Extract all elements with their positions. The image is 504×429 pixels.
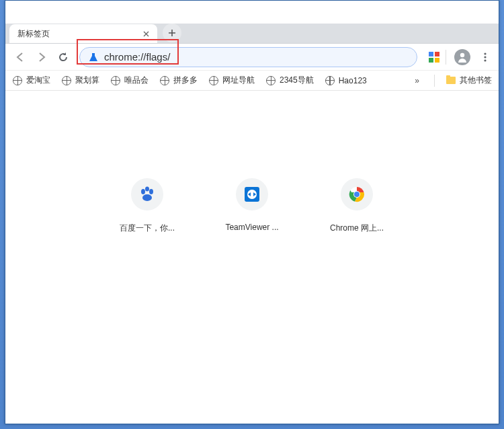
globe-icon bbox=[325, 75, 335, 86]
profile-button[interactable] bbox=[454, 49, 470, 65]
svg-point-6 bbox=[460, 52, 464, 56]
extension-icon[interactable] bbox=[427, 50, 442, 65]
bookmark-label: 唯品会 bbox=[124, 75, 149, 86]
svg-point-10 bbox=[141, 189, 145, 194]
bookmark-item[interactable]: 唯品会 bbox=[110, 75, 149, 86]
svg-point-18 bbox=[354, 192, 360, 197]
shortcut-tile[interactable]: Chrome 网上... bbox=[319, 178, 394, 424]
bookmark-item[interactable]: 2345导航 bbox=[265, 75, 314, 86]
svg-point-8 bbox=[484, 56, 486, 58]
globe-icon bbox=[159, 75, 170, 86]
bookmark-label: 爱淘宝 bbox=[26, 75, 50, 86]
bookmark-label: 网址导航 bbox=[222, 75, 255, 86]
globe-icon bbox=[110, 75, 121, 86]
browser-window: 新标签页 bbox=[5, 0, 499, 424]
separator bbox=[446, 50, 446, 65]
globe-icon bbox=[61, 75, 72, 86]
bookmark-item[interactable]: Hao123 bbox=[325, 75, 367, 86]
back-button[interactable] bbox=[11, 48, 30, 67]
other-bookmarks-label: 其他书签 bbox=[460, 75, 492, 86]
globe-icon bbox=[265, 75, 276, 86]
tile-label: 百度一下，你... bbox=[110, 223, 185, 234]
bookmark-label: 拼多多 bbox=[173, 75, 198, 86]
bookmark-item[interactable]: 爱淘宝 bbox=[12, 75, 50, 86]
shortcut-tile[interactable]: 百度一下，你... bbox=[110, 178, 185, 424]
tab-strip: 新标签页 bbox=[5, 24, 499, 44]
folder-icon bbox=[446, 75, 456, 86]
tab-close-button[interactable] bbox=[140, 28, 152, 40]
svg-rect-2 bbox=[429, 52, 433, 56]
chrome-icon bbox=[341, 178, 373, 210]
menu-button[interactable] bbox=[477, 49, 493, 65]
svg-point-9 bbox=[484, 59, 486, 61]
other-bookmarks-button[interactable]: 其他书签 bbox=[446, 75, 492, 86]
svg-rect-3 bbox=[435, 52, 439, 56]
url-input[interactable] bbox=[104, 51, 409, 63]
svg-point-13 bbox=[142, 194, 152, 201]
globe-icon bbox=[208, 75, 219, 86]
toolbar bbox=[5, 44, 499, 71]
bookmark-item[interactable]: 网址导航 bbox=[208, 75, 255, 86]
bookmark-item[interactable]: 拼多多 bbox=[159, 75, 198, 86]
svg-rect-4 bbox=[429, 58, 433, 63]
address-bar[interactable] bbox=[79, 47, 417, 67]
separator bbox=[434, 75, 435, 87]
tile-label: Chrome 网上... bbox=[319, 223, 394, 234]
bookmark-item[interactable]: 聚划算 bbox=[61, 75, 99, 86]
svg-point-7 bbox=[484, 52, 486, 54]
bookmark-label: 聚划算 bbox=[75, 75, 99, 86]
new-tab-button[interactable] bbox=[163, 24, 181, 42]
bookmarks-bar: 爱淘宝 聚划算 唯品会 拼多多 网址导航 2345导航 Hao123 » bbox=[5, 71, 499, 91]
bookmark-label: 2345导航 bbox=[280, 75, 314, 86]
baidu-icon bbox=[131, 178, 163, 210]
bookmarks-overflow-button[interactable]: » bbox=[411, 76, 423, 85]
globe-icon bbox=[12, 75, 23, 86]
reload-button[interactable] bbox=[54, 48, 73, 67]
svg-point-11 bbox=[149, 189, 153, 194]
shortcut-tile[interactable]: TeamViewer ... bbox=[214, 178, 290, 424]
teamviewer-icon bbox=[236, 178, 268, 210]
tile-label: TeamViewer ... bbox=[214, 223, 290, 232]
new-tab-content: 百度一下，你... TeamViewer ... Chrome 网上... bbox=[5, 91, 499, 424]
tab-newtab[interactable]: 新标签页 bbox=[9, 24, 157, 43]
flask-icon bbox=[88, 52, 99, 63]
svg-rect-5 bbox=[435, 58, 439, 63]
tab-title: 新标签页 bbox=[17, 28, 140, 40]
svg-point-12 bbox=[145, 187, 149, 192]
bookmark-label: Hao123 bbox=[339, 76, 367, 85]
forward-button[interactable] bbox=[32, 48, 51, 67]
